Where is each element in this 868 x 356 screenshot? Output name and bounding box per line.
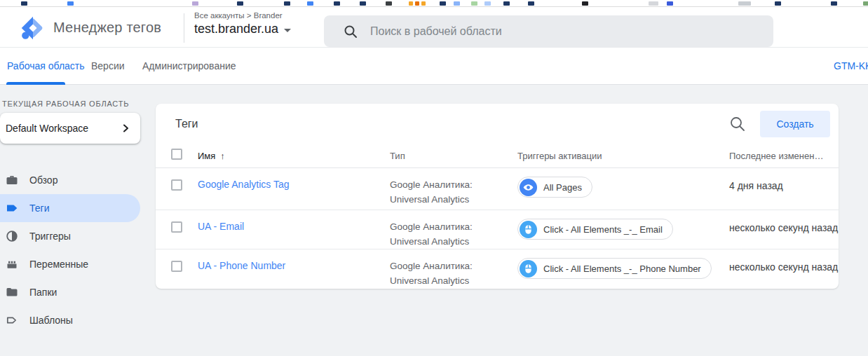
row-checkbox[interactable]	[171, 261, 182, 272]
overview-icon	[6, 174, 18, 186]
bookmark-fragment	[738, 1, 751, 6]
last-modified: несколько секунд назад	[729, 221, 845, 235]
select-all-checkbox[interactable]	[171, 149, 182, 160]
tag-type: Google Аналитика: Universal Analytics	[390, 177, 473, 207]
bookmark-fragment	[386, 1, 392, 6]
workspace-search-input[interactable]: Поиск в рабочей области	[324, 15, 773, 47]
bookmark-fragment	[192, 1, 198, 6]
bookmark-fragment	[67, 1, 74, 6]
trigger-pill[interactable]: Click - All Elements _-_ Phone Number	[517, 258, 712, 279]
sidebar-menu: Обзор Теги Триггеры	[0, 166, 140, 334]
bookmark-fragment	[334, 1, 340, 6]
search-icon	[344, 25, 358, 39]
row-checkbox[interactable]	[171, 221, 182, 233]
header-divider	[184, 13, 184, 43]
workspace-name: Default Workspace	[6, 123, 88, 134]
tags-icon	[6, 202, 18, 214]
table-header: Имя↑ Тип Триггеры активации Последнее из…	[156, 145, 839, 168]
bookmark-fragment	[415, 1, 419, 6]
bookmark-fragment	[421, 1, 426, 6]
table-row: Google Analytics Tag Google Аналитика: U…	[156, 168, 839, 210]
trigger-pill[interactable]: Click - All Elements _-_ Email	[517, 219, 673, 240]
bookmark-fragment	[21, 1, 27, 6]
bookmark-fragment	[831, 1, 837, 6]
sidebar-item-variables[interactable]: Переменные	[0, 250, 140, 278]
tab-admin[interactable]: Администрирование	[142, 48, 236, 85]
folders-icon	[6, 286, 18, 299]
bookmark-fragment	[360, 1, 366, 6]
search-placeholder: Поиск в рабочей области	[370, 25, 502, 38]
tags-panel: Теги Создать Имя↑ Тип Триггеры активации…	[156, 104, 839, 289]
eye-icon	[520, 179, 537, 196]
browser-bookmarks-strip	[0, 0, 868, 7]
column-header-name[interactable]: Имя↑	[198, 151, 225, 161]
bookmark-fragment	[503, 1, 510, 6]
panel-title: Теги	[175, 118, 198, 130]
caret-down-icon	[284, 29, 291, 32]
account-switcher[interactable]: Все аккаунты > Brander test.brander.ua	[194, 11, 291, 36]
app-header: Менеджер тегов Все аккаунты > Brander te…	[0, 7, 868, 48]
chevron-right-icon	[121, 123, 130, 133]
bookmark-fragment	[484, 1, 491, 6]
tab-workspace[interactable]: Рабочая область	[7, 48, 85, 85]
mouse-icon	[520, 260, 537, 278]
sidebar-item-folders[interactable]: Папки	[0, 278, 140, 306]
bookmark-fragment	[863, 1, 868, 6]
bookmark-fragment	[649, 1, 658, 6]
create-button[interactable]: Создать	[760, 111, 830, 137]
bookmark-fragment	[471, 1, 477, 6]
sidebar-item-tags[interactable]: Теги	[0, 194, 140, 222]
bookmark-fragment	[440, 1, 446, 6]
triggers-icon	[6, 230, 18, 242]
column-header-type[interactable]: Тип	[390, 151, 405, 161]
bookmark-fragment	[667, 1, 673, 6]
workspace-selector[interactable]: Default Workspace	[0, 113, 140, 144]
bookmark-fragment	[454, 1, 460, 6]
last-modified: 4 дня назад	[729, 179, 845, 193]
sidebar-item-overview[interactable]: Обзор	[0, 166, 140, 194]
column-header-modified: Последнее изменен…	[729, 151, 823, 161]
sidebar-item-templates[interactable]: Шаблоны	[0, 306, 140, 334]
trigger-pill[interactable]: All Pages	[517, 177, 592, 198]
bookmark-fragment	[237, 1, 243, 6]
sidebar-item-triggers[interactable]: Триггеры	[0, 222, 140, 250]
breadcrumb: Все аккаунты > Brander	[194, 11, 291, 20]
tab-versions[interactable]: Версии	[91, 48, 125, 85]
content-area: ТЕКУЩАЯ РАБОЧАЯ ОБЛАСТЬ Default Workspac…	[0, 85, 868, 356]
app-title: Менеджер тегов	[53, 20, 161, 36]
bookmark-fragment	[775, 1, 781, 6]
main-tabs: Рабочая область Версии Администрирование…	[0, 48, 868, 85]
bookmark-fragment	[307, 1, 313, 6]
container-name: test.brander.ua	[194, 22, 278, 36]
mouse-icon	[520, 221, 537, 238]
screen: Менеджер тегов Все аккаунты > Brander te…	[0, 0, 868, 356]
tag-type: Google Аналитика: Universal Analytics	[390, 219, 473, 249]
table-row: UA - Phone Number Google Аналитика: Univ…	[156, 249, 839, 289]
tag-name-link[interactable]: UA - Email	[198, 221, 244, 232]
bookmark-fragment	[582, 1, 588, 6]
column-header-triggers: Триггеры активации	[517, 151, 602, 161]
variables-icon	[6, 258, 18, 271]
current-workspace-label: ТЕКУЩАЯ РАБОЧАЯ ОБЛАСТЬ	[2, 100, 129, 108]
container-id-link[interactable]: GTM-KK	[834, 48, 868, 85]
table-search-icon[interactable]	[729, 116, 746, 132]
tag-name-link[interactable]: Google Analytics Tag	[198, 179, 290, 190]
tag-name-link[interactable]: UA - Phone Number	[198, 260, 285, 271]
bookmark-fragment	[528, 1, 534, 6]
sort-asc-icon: ↑	[220, 151, 225, 161]
last-modified: несколько секунд назад	[729, 260, 845, 275]
table-row: UA - Email Google Аналитика: Universal A…	[156, 210, 839, 249]
row-checkbox[interactable]	[171, 179, 182, 191]
bookmark-fragment	[284, 1, 290, 6]
bookmark-fragment	[409, 1, 413, 6]
templates-icon	[6, 314, 18, 327]
tag-type: Google Аналитика: Universal Analytics	[390, 259, 473, 288]
gtm-logo-icon	[20, 15, 46, 41]
